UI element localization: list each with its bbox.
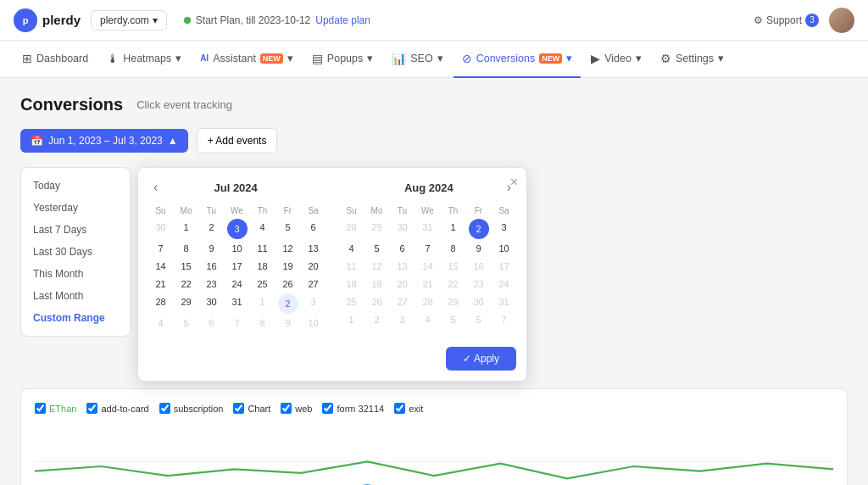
nav-item-popups[interactable]: ▤ Popups ▾ [303, 41, 381, 78]
cal-day[interactable]: 2 [199, 219, 224, 239]
date-range-button[interactable]: 📅 Jun 1, 2023 – Jul 3, 2023 ▲ [20, 129, 188, 153]
cal-day[interactable]: 10 [492, 240, 516, 257]
cal-day[interactable]: 10 [225, 240, 249, 257]
cal-day[interactable]: 8 [174, 240, 198, 257]
update-plan-link[interactable]: Update plan [315, 14, 370, 26]
cal-day[interactable]: 9 [199, 240, 224, 257]
cal-day[interactable]: 17 [225, 258, 249, 275]
cal-day[interactable]: 6 [466, 311, 491, 328]
cal-day[interactable]: 1 [174, 219, 198, 239]
cal-day[interactable]: 13 [301, 240, 326, 257]
legend-checkbox-web[interactable] [281, 403, 292, 414]
cal-day[interactable]: 17 [492, 258, 516, 275]
cal-day[interactable]: 31 [492, 293, 516, 310]
cal-day[interactable]: 4 [415, 311, 440, 328]
support-button[interactable]: ⚙ Support 3 [754, 14, 819, 27]
nav-item-seo[interactable]: 📊 SEO ▾ [383, 41, 451, 78]
cal-day-selected-2aug[interactable]: 2 [278, 293, 298, 314]
cal-day[interactable]: 21 [148, 276, 173, 293]
cal-day[interactable]: 5 [441, 311, 465, 328]
cal-day[interactable]: 23 [466, 276, 491, 293]
cal-day[interactable]: 7 [492, 311, 516, 328]
nav-item-settings[interactable]: ⚙ Settings ▾ [652, 41, 732, 78]
cal-day[interactable]: 29 [364, 219, 389, 239]
cal-day-selected-2[interactable]: 2 [469, 219, 489, 239]
cal-day[interactable]: 26 [364, 293, 389, 310]
cal-day[interactable]: 19 [364, 276, 389, 293]
close-icon[interactable]: × [510, 175, 518, 190]
legend-checkbox-form32114[interactable] [322, 403, 333, 414]
nav-item-assistant[interactable]: AI Assistant NEW ▾ [192, 41, 302, 78]
cal-day[interactable]: 6 [390, 240, 415, 257]
cal-day[interactable]: 8 [250, 315, 275, 332]
cal-day[interactable]: 13 [390, 258, 415, 275]
cal-day[interactable]: 1 [441, 219, 465, 239]
cal-day[interactable]: 19 [275, 258, 300, 275]
nav-item-video[interactable]: ▶ Video ▾ [582, 41, 650, 78]
cal-day[interactable]: 27 [390, 293, 415, 310]
cal-day[interactable]: 5 [275, 219, 300, 239]
cal-day[interactable]: 27 [301, 276, 326, 293]
cal-day[interactable]: 10 [301, 315, 326, 332]
cal-day[interactable]: 28 [148, 293, 173, 314]
cal-day[interactable]: 18 [250, 258, 275, 275]
nav-item-heatmaps[interactable]: 🌡 Heatmaps ▾ [98, 41, 190, 78]
cal-day[interactable]: 26 [275, 276, 300, 293]
legend-checkbox-ethan[interactable] [35, 403, 46, 414]
nav-item-conversions[interactable]: ⊘ Conversions NEW ▾ [453, 41, 581, 78]
cal-day[interactable]: 11 [250, 240, 275, 257]
cal-day[interactable]: 6 [199, 315, 224, 332]
cal-day[interactable]: 31 [415, 219, 440, 239]
cal-day[interactable]: 30 [199, 293, 224, 314]
cal-day[interactable]: 23 [199, 276, 224, 293]
cal-day[interactable]: 28 [339, 219, 364, 239]
cal-day[interactable]: 3 [301, 293, 326, 314]
range-option-last30[interactable]: Last 30 Days [21, 241, 130, 263]
cal-day[interactable]: 30 [148, 219, 173, 239]
avatar[interactable] [829, 8, 854, 33]
cal-day[interactable]: 14 [415, 258, 440, 275]
cal-day[interactable]: 7 [148, 240, 173, 257]
cal-day[interactable]: 3 [390, 311, 415, 328]
cal-day[interactable]: 15 [174, 258, 198, 275]
cal-day[interactable]: 8 [441, 240, 465, 257]
legend-checkbox-subscription[interactable] [159, 403, 170, 414]
cal-day[interactable]: 21 [415, 276, 440, 293]
cal-day[interactable]: 5 [174, 315, 198, 332]
cal-day[interactable]: 2 [364, 311, 389, 328]
nav-item-dashboard[interactable]: ⊞ Dashboard [14, 41, 97, 78]
cal-day[interactable]: 24 [225, 276, 249, 293]
cal-day[interactable]: 9 [275, 315, 300, 332]
cal-day[interactable]: 5 [364, 240, 389, 257]
cal-day[interactable]: 7 [415, 240, 440, 257]
cal-day[interactable]: 29 [174, 293, 198, 314]
cal-day[interactable]: 6 [301, 219, 326, 239]
range-option-today[interactable]: Today [21, 175, 130, 197]
cal-day[interactable]: 30 [466, 293, 491, 310]
range-option-yesterday[interactable]: Yesterday [21, 197, 130, 219]
cal-day[interactable]: 22 [441, 276, 465, 293]
cal-day[interactable]: 15 [441, 258, 465, 275]
legend-checkbox-chart[interactable] [233, 403, 244, 414]
range-option-lastmonth[interactable]: Last Month [21, 285, 130, 307]
cal-day[interactable]: 31 [225, 293, 249, 314]
legend-checkbox-addtocard[interactable] [86, 403, 97, 414]
cal-day[interactable]: 22 [174, 276, 198, 293]
range-option-custom[interactable]: Custom Range [21, 307, 130, 329]
range-option-last7[interactable]: Last 7 Days [21, 219, 130, 241]
cal-prev-button[interactable]: ‹ [148, 178, 163, 197]
cal-day[interactable]: 24 [492, 276, 516, 293]
apply-button[interactable]: ✓ Apply [446, 347, 516, 371]
cal-day[interactable]: 12 [364, 258, 389, 275]
legend-checkbox-exit[interactable] [394, 403, 405, 414]
cal-day[interactable]: 9 [466, 240, 491, 257]
cal-day[interactable]: 28 [415, 293, 440, 310]
cal-day-selected-3[interactable]: 3 [227, 219, 248, 239]
cal-day[interactable]: 4 [250, 219, 275, 239]
cal-day[interactable]: 4 [339, 240, 364, 257]
cal-day[interactable]: 14 [148, 258, 173, 275]
cal-day[interactable]: 4 [148, 315, 173, 332]
cal-day[interactable]: 1 [339, 311, 364, 328]
cal-day[interactable]: 30 [390, 219, 415, 239]
cal-day[interactable]: 12 [275, 240, 300, 257]
